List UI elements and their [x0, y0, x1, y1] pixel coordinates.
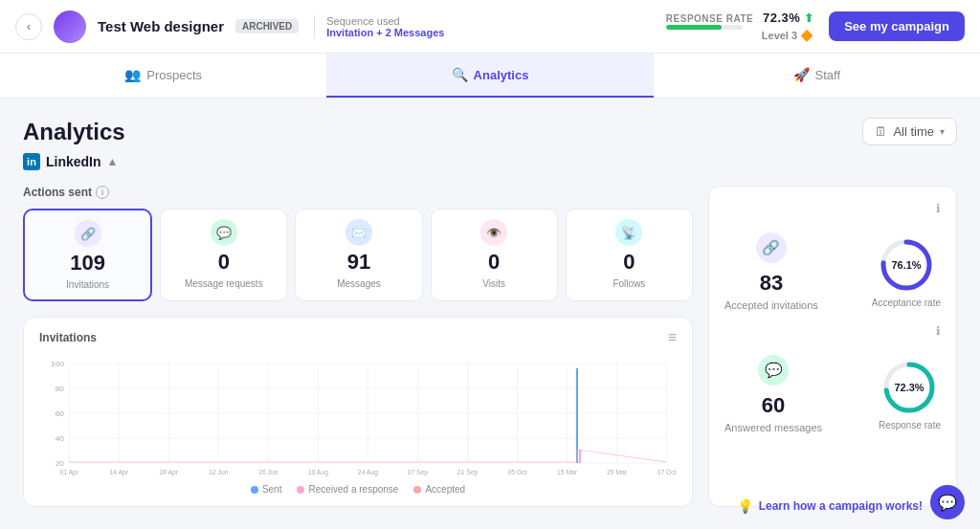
- visits-icon: 👁️: [480, 219, 507, 246]
- svg-text:76.1%: 76.1%: [891, 259, 921, 271]
- response-rate-circle: 72.3%: [880, 359, 938, 416]
- svg-text:26 Jun: 26 Jun: [258, 469, 278, 475]
- follows-card[interactable]: 📡 0 Follows: [566, 209, 693, 301]
- staff-icon: 🚀: [793, 67, 810, 82]
- prospects-icon: 👥: [124, 67, 141, 82]
- svg-text:10 Aug: 10 Aug: [308, 469, 328, 476]
- learn-icon: 💡: [737, 498, 753, 514]
- svg-text:01 Apr: 01 Apr: [59, 469, 78, 476]
- invitations-label: Invitations: [66, 279, 109, 290]
- analytics-header: Analytics 🗓 All time ▾: [23, 118, 957, 145]
- svg-text:15 Mar: 15 Mar: [557, 469, 578, 475]
- answered-messages-stat: 💬 60 Answered messages: [724, 355, 822, 433]
- chevron-down-icon: ▾: [940, 126, 945, 137]
- response-rate-bar-fill: [666, 25, 722, 30]
- response-rate-bar-bg: [666, 25, 743, 30]
- visits-card[interactable]: 👁️ 0 Visits: [431, 209, 558, 301]
- visits-value: 0: [488, 250, 500, 275]
- left-column: Actions sent i 🔗 109 Invitations 💬 0 Mes…: [23, 186, 693, 507]
- calendar-icon: 🗓: [875, 124, 887, 139]
- back-button[interactable]: ‹: [15, 13, 42, 40]
- chart-legend: Sent Received a response Accepted: [39, 484, 677, 495]
- linkedin-row[interactable]: in LinkedIn ▲: [23, 153, 957, 170]
- messages-value: 91: [347, 250, 370, 275]
- chat-button[interactable]: 💬: [930, 485, 965, 519]
- svg-text:72.3%: 72.3%: [895, 382, 924, 393]
- svg-text:12 Jun: 12 Jun: [209, 469, 229, 475]
- acceptance-rate-circle: 76.1%: [878, 236, 935, 294]
- header-right: RESPONSE RATE 72.3% ⬆ Level 3 🔶 See my c…: [666, 11, 965, 42]
- main-content: Analytics 🗓 All time ▾ in LinkedIn ▲ Act…: [0, 99, 980, 526]
- invitations-card[interactable]: 🔗 109 Invitations: [23, 209, 152, 301]
- accepted-invitations-stat: 🔗 83 Accepted invitations: [724, 232, 818, 311]
- archived-badge: ARCHIVED: [235, 19, 299, 33]
- accepted-invitations-label: Accepted invitations: [724, 299, 818, 311]
- level-badge: Level 3 🔶: [666, 30, 813, 42]
- message-requests-value: 0: [218, 250, 230, 275]
- learn-banner[interactable]: 💡 Learn how a campaign works!: [737, 498, 923, 514]
- answered-messages-value: 60: [762, 393, 785, 418]
- chart-area: 100 80 60 40 20: [39, 354, 677, 478]
- response-rate-stat: 72.3% Response rate: [879, 359, 941, 430]
- analytics-icon: 🔍: [452, 67, 468, 82]
- sequence-info: Sequence used Invitation + 2 Messages: [314, 15, 444, 38]
- tab-bar: 👥 Prospects 🔍 Analytics 🚀 Staff: [0, 54, 980, 99]
- response-rate-label: Response rate: [879, 420, 941, 430]
- follows-label: Follows: [612, 278, 645, 289]
- messages-label: Messages: [337, 278, 381, 289]
- legend-response: Received a response: [297, 484, 398, 495]
- follows-icon: 📡: [615, 219, 642, 246]
- linkedin-chevron-icon: ▲: [107, 155, 119, 168]
- message-requests-label: Message requests: [185, 278, 263, 289]
- svg-text:05 Oct: 05 Oct: [508, 469, 527, 475]
- chart-section: Invitations ≡ 100 80 60: [23, 317, 693, 507]
- page-title: Analytics: [23, 119, 125, 145]
- chart-menu-icon[interactable]: ≡: [668, 329, 677, 346]
- invitations-value: 109: [70, 251, 105, 276]
- svg-text:14 Apr: 14 Apr: [109, 469, 128, 476]
- svg-text:17 Oct: 17 Oct: [657, 469, 677, 475]
- legend-accepted: Accepted: [413, 484, 465, 495]
- sequence-link[interactable]: Invitation + 2 Messages: [326, 27, 444, 38]
- acceptance-rate-label: Acceptance rate: [872, 298, 941, 308]
- response-rate-value: 72.3%: [763, 11, 800, 25]
- messages-icon: ✉️: [345, 219, 372, 246]
- chat-icon: 💬: [938, 494, 957, 512]
- accepted-info-icon[interactable]: ℹ: [936, 202, 941, 215]
- campaign-title: Test Web designer: [98, 18, 224, 34]
- accepted-invitations-row: 🔗 83 Accepted invitations 76.1% Acceptan…: [724, 219, 941, 324]
- answered-messages-row: 💬 60 Answered messages 72.3% Response ra…: [724, 342, 941, 447]
- svg-text:21 Sep: 21 Sep: [457, 469, 479, 476]
- svg-text:07 Sep: 07 Sep: [408, 469, 429, 476]
- linkedin-icon: in: [23, 153, 40, 170]
- actions-sent-title: Actions sent i: [23, 186, 693, 199]
- linkedin-label: LinkedIn: [46, 154, 101, 169]
- svg-text:29 Mar: 29 Mar: [607, 469, 628, 475]
- content-columns: Actions sent i 🔗 109 Invitations 💬 0 Mes…: [23, 186, 957, 507]
- answered-messages-section: ℹ 💬 60 Answered messages 72.3%: [724, 324, 941, 447]
- see-campaign-button[interactable]: See my campaign: [829, 11, 965, 41]
- tab-prospects[interactable]: 👥 Prospects: [0, 54, 326, 98]
- svg-text:60: 60: [56, 409, 65, 418]
- chart-title: Invitations ≡: [39, 329, 677, 346]
- svg-text:24 Aug: 24 Aug: [358, 469, 378, 476]
- acceptance-rate-stat: 76.1% Acceptance rate: [872, 236, 941, 308]
- svg-text:28 Apr: 28 Apr: [160, 469, 179, 476]
- answered-messages-label: Answered messages: [724, 422, 822, 433]
- accepted-invitations-section: ℹ 🔗 83 Accepted invitations 76.1%: [724, 202, 941, 324]
- follows-value: 0: [623, 250, 635, 275]
- answered-info-icon[interactable]: ℹ: [936, 324, 941, 338]
- invitations-icon: 🔗: [75, 220, 101, 247]
- avatar: [54, 11, 86, 43]
- message-requests-card[interactable]: 💬 0 Message requests: [160, 209, 287, 301]
- svg-text:40: 40: [56, 434, 65, 443]
- response-rate-section: RESPONSE RATE 72.3% ⬆ Level 3 🔶: [666, 11, 813, 42]
- tab-staff[interactable]: 🚀 Staff: [654, 54, 980, 98]
- header: ‹ Test Web designer ARCHIVED Sequence us…: [0, 0, 980, 54]
- svg-text:80: 80: [56, 385, 65, 393]
- time-filter-dropdown[interactable]: 🗓 All time ▾: [862, 118, 957, 145]
- message-requests-icon: 💬: [211, 219, 237, 246]
- actions-sent-info-icon[interactable]: i: [96, 186, 109, 199]
- tab-analytics[interactable]: 🔍 Analytics: [326, 54, 653, 98]
- messages-card[interactable]: ✉️ 91 Messages: [295, 209, 422, 301]
